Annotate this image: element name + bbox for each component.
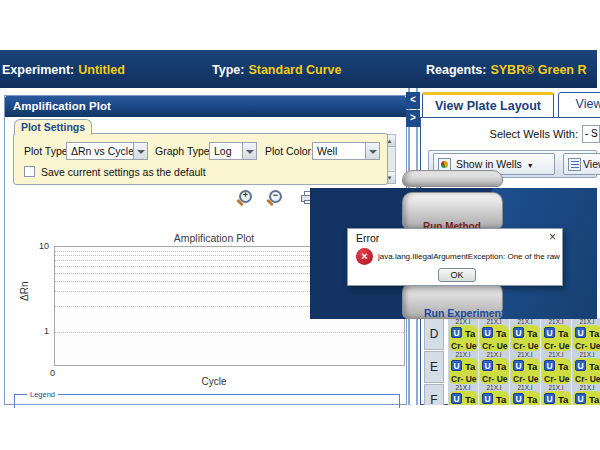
well-top-label: 21X.I: [479, 351, 509, 358]
experiment-value: Untitled: [78, 63, 125, 77]
zoom-in-icon[interactable]: +: [239, 190, 252, 203]
well[interactable]: 21X.IUTaCr- Ue: [541, 384, 572, 405]
well-target: Ta: [465, 394, 475, 405]
unknown-task-icon: U: [513, 360, 524, 371]
tab-view-plate-layout[interactable]: View Plate Layout: [422, 92, 554, 118]
error-icon: ×: [356, 248, 373, 265]
plot-color-label: Plot Color:: [265, 145, 314, 157]
well-top-label: 21X.I: [448, 318, 478, 325]
well[interactable]: 21X.IUTaCr- Ue: [479, 318, 510, 351]
well[interactable]: 21X.IUTaCr- Ue: [572, 351, 600, 384]
well-circle: UTaCr- Ue: [449, 325, 478, 351]
view-legend-button[interactable]: View L: [563, 153, 600, 175]
chevron-down-icon[interactable]: [133, 143, 147, 159]
panel-title: Amplification Plot: [5, 96, 406, 117]
plot-color-value: Well: [317, 145, 337, 157]
well[interactable]: 21X.IUTaCr- Ue: [448, 384, 479, 405]
well-circle: UTaCr- Ue: [542, 325, 571, 351]
well-circle: UTaCr- Ue: [573, 325, 600, 351]
well-subtext: Cr- Ue: [451, 374, 477, 384]
experiment-field: Experiment:Untitled: [2, 63, 125, 77]
well-top-label: 21X.I: [479, 384, 509, 391]
well[interactable]: 21X.IUTaCr- Ue: [541, 351, 572, 384]
well[interactable]: 21X.IUTaCr- Ue: [510, 351, 541, 384]
well[interactable]: 21X.IUTaCr- Ue: [510, 318, 541, 351]
well[interactable]: 21X.IUTaCr- Ue: [510, 384, 541, 405]
well[interactable]: 21X.IUTaCr- Ue: [572, 318, 600, 351]
ok-button[interactable]: OK: [438, 268, 476, 282]
type-label: Type:: [212, 63, 244, 77]
well-subtext: Cr- Ue: [544, 341, 570, 351]
plot-color-dropdown[interactable]: Well: [312, 142, 380, 160]
well-target: Ta: [527, 361, 537, 372]
unknown-task-icon: U: [482, 327, 493, 338]
chevron-down-icon[interactable]: [365, 143, 379, 159]
error-message: java.lang.IllegalArgumentException: One …: [378, 252, 560, 261]
well[interactable]: 21X.IUTaCr- Ue: [572, 384, 600, 405]
tab-view-well-table[interactable]: View: [558, 92, 600, 118]
well-subtext: Cr- Ue: [482, 341, 508, 351]
unknown-task-icon: U: [544, 393, 555, 404]
row-label: E: [424, 351, 444, 383]
well-top-label: 21X.I: [541, 351, 571, 358]
well-circle: UTaCr- Ue: [480, 325, 509, 351]
well[interactable]: 21X.IUTaCr- Ue: [448, 351, 479, 384]
type-field: Type:Standard Curve: [212, 63, 342, 77]
error-dialog: Error × × java.lang.IllegalArgumentExcep…: [347, 228, 563, 286]
plot-type-value: ΔRn vs Cycle: [71, 145, 134, 157]
gridline: [55, 332, 404, 333]
tab-plot-settings[interactable]: Plot Settings: [14, 119, 92, 135]
run-experiment-label[interactable]: Run Experiment: [424, 307, 505, 319]
x-axis-label: Cycle: [54, 376, 374, 387]
y-tick-1: 1: [33, 326, 49, 336]
unknown-task-icon: U: [482, 393, 493, 404]
well[interactable]: 21X.IUTaCr- Ue: [541, 318, 572, 351]
well-subtext: Cr- Ue: [575, 341, 600, 351]
well[interactable]: 21X.IUTaCr- Ue: [479, 351, 510, 384]
graph-type-dropdown[interactable]: Log: [209, 142, 257, 160]
unknown-task-icon: U: [451, 393, 462, 404]
collapse-right-icon[interactable]: >: [406, 110, 420, 127]
well-circle: UTaCr- Ue: [573, 391, 600, 405]
select-wells-label: Select Wells With:: [458, 128, 578, 140]
plate-grid: D21X.IUTaCr- Ue21X.IUTaCr- Ue21X.IUTaCr-…: [424, 318, 600, 405]
close-icon[interactable]: ×: [549, 230, 556, 244]
well-subtext: Cr- Ue: [575, 374, 600, 384]
well[interactable]: 21X.IUTaCr- Ue: [479, 384, 510, 405]
plate-row-D: D21X.IUTaCr- Ue21X.IUTaCr- Ue21X.IUTaCr-…: [424, 318, 600, 351]
plate-row-F: F21X.IUTaCr- Ue21X.IUTaCr- Ue21X.IUTaCr-…: [424, 384, 600, 405]
unknown-task-icon: U: [513, 393, 524, 404]
well-target: Ta: [589, 394, 599, 405]
chevron-down-icon[interactable]: [242, 143, 256, 159]
well-target: Ta: [465, 328, 475, 339]
well-top-label: 21X.I: [541, 318, 571, 325]
unknown-task-icon: U: [482, 360, 493, 371]
well[interactable]: 21X.IUTaCr- Ue: [448, 318, 479, 351]
experiment-label: Experiment:: [2, 63, 74, 77]
legend-box: Legend: [14, 394, 400, 408]
zoom-out-icon[interactable]: −: [269, 190, 282, 203]
plot-type-label: Plot Type:: [24, 145, 71, 157]
save-default-checkbox[interactable]: [24, 166, 35, 177]
well-circle: UTaCr- Ue: [511, 325, 540, 351]
well-target: Ta: [558, 361, 568, 372]
well-top-label: 21X.I: [510, 318, 540, 325]
well-circle: UTaCr- Ue: [480, 391, 509, 405]
well-subtext: Cr- Ue: [513, 374, 539, 384]
well-target: Ta: [527, 394, 537, 405]
well-subtext: Cr- Ue: [544, 374, 570, 384]
error-dialog-title: Error: [356, 232, 379, 244]
well-target: Ta: [558, 328, 568, 339]
well-target: Ta: [496, 394, 506, 405]
collapse-left-icon[interactable]: <: [406, 92, 420, 109]
save-default-label: Save current settings as the default: [41, 166, 206, 178]
plot-type-dropdown[interactable]: ΔRn vs Cycle: [66, 142, 148, 160]
well-target: Ta: [589, 328, 599, 339]
unknown-task-icon: U: [544, 327, 555, 338]
type-value: Standard Curve: [248, 63, 341, 77]
well-target: Ta: [496, 361, 506, 372]
plate-row-E: E21X.IUTaCr- Ue21X.IUTaCr- Ue21X.IUTaCr-…: [424, 351, 600, 384]
well-top-label: 21X.I: [572, 351, 600, 358]
well-subtext: Cr- Ue: [451, 341, 477, 351]
select-wells-dropdown[interactable]: - S: [582, 125, 600, 143]
